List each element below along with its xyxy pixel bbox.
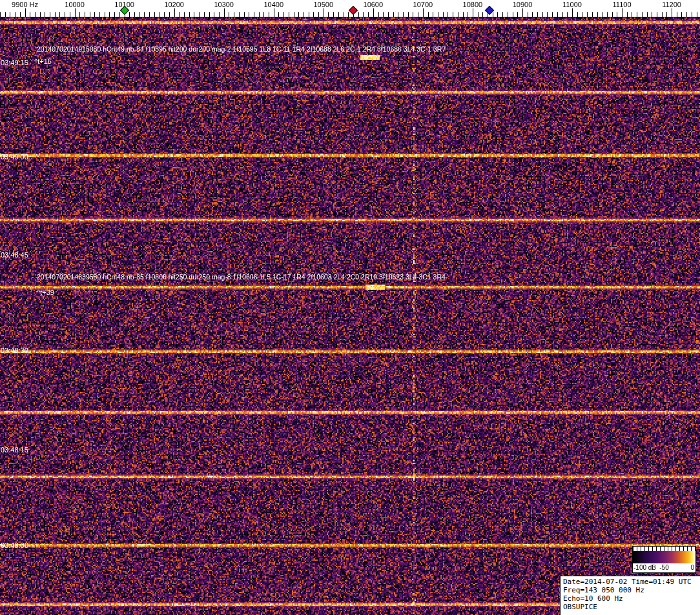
freq-tick-label: 10700 xyxy=(413,1,433,8)
info-frequency: Freq=143 050 000 Hz xyxy=(563,586,700,594)
freq-tick-label: 10200 xyxy=(164,1,184,8)
intensity-gradient-bar xyxy=(633,547,695,563)
freq-tick-label: 10000 xyxy=(65,1,85,8)
intensity-legend: -100 dB -50 0 xyxy=(632,546,696,573)
freq-tick-label: 11100 xyxy=(613,1,632,8)
freq-tick-label: 10500 xyxy=(313,1,333,8)
info-echo: Echo=10 600 Hz xyxy=(563,594,700,603)
spectrogram-app: 9900 Hz100001010010200103001040010500106… xyxy=(0,0,700,615)
freq-tick-label: 10800 xyxy=(463,1,483,8)
legend-min-label: -100 dB xyxy=(633,564,656,571)
legend-mid-label: -50 xyxy=(659,564,668,571)
info-box: Date=2014-07-02 Time=01:49 UTC Freq=143 … xyxy=(560,576,700,615)
freq-tick-label: 10600 xyxy=(364,1,384,8)
info-station: OBSUPICE xyxy=(563,603,700,611)
info-date-time: Date=2014-07-02 Time=01:49 UTC xyxy=(563,578,700,586)
intensity-legend-labels: -100 dB -50 0 xyxy=(633,563,695,572)
freq-tick-label: 11000 xyxy=(562,1,582,8)
frequency-ruler: 9900 Hz100001010010200103001040010500106… xyxy=(0,0,700,17)
freq-tick-label: 10300 xyxy=(214,1,234,8)
spectrogram-waterfall-canvas xyxy=(0,17,700,615)
legend-max-label: 0 xyxy=(690,564,694,571)
freq-tick-label: 11200 xyxy=(662,1,681,8)
freq-tick-label: 9900 Hz xyxy=(12,1,38,8)
freq-tick-label: 10900 xyxy=(513,1,533,8)
freq-tick-label: 10400 xyxy=(263,1,283,8)
